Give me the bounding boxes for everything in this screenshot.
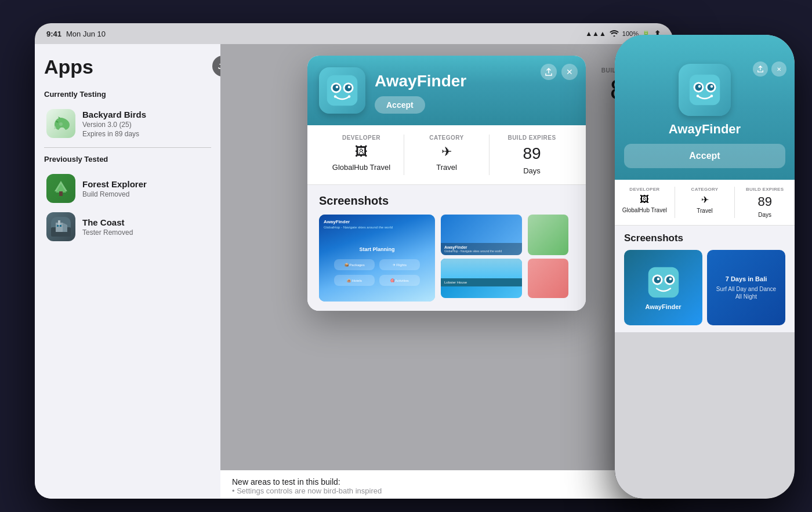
accept-button[interactable]: Accept [375, 96, 425, 114]
ipad-body: Apps JA Currently Testing [35, 44, 673, 499]
iphone-meta-build-unit: Days [758, 212, 771, 218]
meta-developer: DEVELOPER 🖼 GlobalHub Travel [319, 135, 404, 175]
app-item-forest-explorer[interactable]: Forest Explorer Build Removed [44, 169, 211, 208]
svg-rect-7 [58, 220, 60, 225]
close-icon: ✕ [566, 67, 573, 77]
svg-point-17 [348, 86, 351, 89]
iphone-accept-button[interactable]: Accept [624, 144, 785, 168]
iphone-modal-header: ✕ AwayFinde [615, 35, 795, 180]
app-version-backyard-birds: Version 3.0 (25) [82, 121, 209, 129]
screenshots-row: AwayFinder GlobalHop - Navigate skies ar… [319, 215, 574, 302]
ss2-sub: GlobalHop - Navigate skies around the wo… [444, 249, 519, 253]
meta-developer-value: GlobalHub Travel [332, 163, 390, 172]
iphone-developer-icon: 🖼 [640, 194, 649, 205]
screenshots-grid: AwayFinder GlobalHop - Navigate skies ar… [441, 215, 522, 302]
app-info-backyard-birds: Backyard Birds Version 3.0 (25) Expires … [82, 110, 209, 138]
svg-point-27 [697, 95, 699, 97]
iphone-meta-developer-label: DEVELOPER [629, 187, 659, 192]
ss1-sub: GlobalHop - Navigate skies around the wo… [324, 226, 430, 229]
ss1-cta: Start Planning [359, 246, 394, 252]
app-detail-modal: AwayFinder Accept ✕ [307, 56, 586, 311]
ipad-date: Mon Jun 10 [66, 30, 106, 38]
app-item-coast[interactable]: The Coast Tester Removed [44, 208, 211, 246]
iphone-ss2-line2: Surf All Day and Dance All Night [713, 285, 780, 300]
screenshot-4 [528, 215, 568, 255]
app-expires-backyard-birds: Expires in 89 days [82, 130, 209, 138]
screenshots-extra [528, 215, 568, 302]
screenshot-1: AwayFinder GlobalHop - Navigate skies ar… [319, 215, 435, 302]
iphone-meta-category: CATEGORY ✈ Travel [675, 187, 735, 218]
iphone-meta-build-number: 89 [757, 194, 771, 209]
iphone-meta: DEVELOPER 🖼 GlobalHub Travel CATEGORY ✈ … [615, 180, 795, 226]
iphone-screenshot-2: 7 Days in Bali Surf All Day and Dance Al… [707, 250, 785, 325]
iphone-screenshot-1: AwayFinder [624, 250, 702, 325]
meta-build-expires: BUILD EXPIRES 89 Days [490, 135, 574, 175]
app-info-coast: The Coast Tester Removed [82, 217, 209, 237]
svg-rect-3 [59, 191, 63, 196]
ipad-statusbar: 9:41 Mon Jun 10 ▲▲▲ 100% 🔋 ⬆ [35, 23, 673, 44]
ss1-hotels: 🏨 Hotels [334, 275, 375, 286]
main-content: BUILD EXPIRES 89 Days [220, 44, 673, 499]
meta-category-label: CATEGORY [429, 135, 464, 141]
svg-point-0 [59, 122, 63, 126]
meta-build-expires-number: 89 [523, 144, 541, 163]
svg-rect-29 [648, 267, 679, 298]
sidebar-title: Apps [44, 56, 211, 78]
modal-meta: DEVELOPER 🖼 GlobalHub Travel CATEGORY ✈ … [307, 125, 586, 185]
app-info-forest-explorer: Forest Explorer Build Removed [82, 179, 209, 198]
screenshots-title: Screenshots [319, 194, 574, 208]
iphone-ss2-line1: 7 Days in Bali [726, 275, 767, 283]
ss3-sky [441, 259, 522, 278]
iphone-meta-category-value: Travel [697, 208, 712, 214]
modal-header: AwayFinder Accept ✕ [307, 56, 586, 125]
iphone-meta-developer-value: GlobalHub Travel [622, 207, 667, 213]
svg-point-18 [334, 95, 337, 98]
sidebar: Apps JA Currently Testing [35, 44, 220, 499]
meta-category: CATEGORY ✈ Travel [404, 135, 490, 175]
iphone-screenshots-title: Screenshots [624, 233, 785, 244]
app-name-backyard-birds: Backyard Birds [82, 110, 209, 119]
iphone-share-button[interactable] [753, 61, 768, 77]
iphone-screenshots-row: AwayFinder 7 Days in Bali Surf All Day a… [624, 250, 785, 325]
signal-icon: ▲▲▲ [585, 30, 606, 38]
iphone-modal-app-icon [679, 64, 731, 116]
svg-rect-11 [327, 75, 358, 106]
svg-rect-10 [60, 225, 61, 227]
ss3-label: Lobster House [441, 278, 522, 286]
iphone-device: 9:41 ▲▲▲ ■■■ ✕ [615, 35, 795, 499]
sidebar-avatar[interactable]: JA [212, 56, 220, 77]
modal-app-icon [319, 67, 365, 114]
iphone-ss1-brand: AwayFinder [645, 303, 681, 310]
ipad-time: 9:41 [46, 30, 61, 38]
app-name-forest-explorer: Forest Explorer [82, 179, 209, 189]
ss1-title: AwayFinder [324, 219, 430, 224]
modal-overlay: AwayFinder Accept ✕ [220, 44, 673, 499]
screenshot-5 [528, 259, 568, 298]
iphone-close-button[interactable]: ✕ [771, 61, 786, 77]
meta-build-expires-unit: Days [523, 166, 541, 175]
previously-tested-header: Previously Tested [44, 155, 211, 164]
app-icon-forest-explorer [46, 174, 75, 203]
iphone-meta-developer: DEVELOPER 🖼 GlobalHub Travel [615, 187, 675, 218]
iphone-app-name: AwayFinder [669, 122, 741, 137]
iphone-content: 9:41 ▲▲▲ ■■■ ✕ [615, 35, 795, 499]
app-item-backyard-birds[interactable]: Backyard Birds Version 3.0 (25) Expires … [44, 104, 211, 143]
currently-testing-header: Currently Testing [44, 90, 211, 99]
meta-category-value: Travel [436, 163, 457, 172]
iphone-category-icon: ✈ [701, 194, 709, 205]
meta-developer-label: DEVELOPER [342, 135, 380, 141]
app-status-coast: Tester Removed [82, 228, 209, 237]
iphone-screenshots: Screenshots [615, 226, 795, 332]
svg-point-16 [336, 86, 339, 89]
ss1-activities: 🎯 Activities [379, 275, 420, 286]
modal-share-button[interactable] [541, 64, 557, 80]
ss2-title: AwayFinder [444, 245, 519, 249]
svg-point-35 [669, 278, 672, 281]
app-name-coast: The Coast [82, 217, 209, 227]
svg-point-34 [657, 278, 659, 281]
ipad-device: 9:41 Mon Jun 10 ▲▲▲ 100% 🔋 ⬆ Apps JA [35, 23, 673, 499]
modal-close-button[interactable]: ✕ [561, 64, 578, 80]
developer-icon: 🖼 [355, 144, 368, 159]
ss1-pkg: 📦 Packages [334, 259, 375, 270]
iphone-screen: 9:41 ▲▲▲ ■■■ ✕ [615, 35, 795, 499]
